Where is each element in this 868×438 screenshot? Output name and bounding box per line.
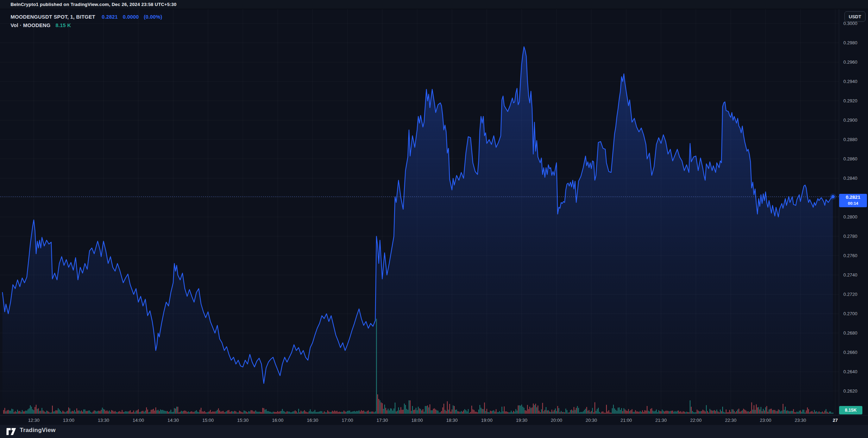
time-axis-label[interactable]: 16:30	[307, 418, 319, 423]
price-chart-canvas[interactable]: 0.30000.29800.29600.29400.29200.29000.28…	[0, 0, 868, 438]
tradingview-logo-icon[interactable]	[6, 428, 17, 436]
symbol-title[interactable]: MOODENGUSDT SPOT, 1, BITGET	[11, 14, 95, 20]
volume-legend-value: 8.15 K	[56, 23, 71, 28]
volume-axis-tag: 8.15K	[839, 406, 862, 414]
time-axis-label[interactable]: 20:30	[586, 418, 597, 423]
attribution-text: BeInCrypto1 published on TradingView.com…	[11, 2, 176, 7]
price-axis-label[interactable]: 0.2780	[843, 234, 857, 239]
attribution-bar: BeInCrypto1 published on TradingView.com…	[0, 0, 868, 9]
footer-bar: TradingView	[0, 425, 868, 438]
price-axis-label[interactable]: 0.2640	[843, 369, 857, 374]
time-axis-label[interactable]: 22:30	[725, 418, 737, 423]
time-axis-label[interactable]: 15:00	[202, 418, 214, 423]
price-axis-label[interactable]: 0.2740	[843, 272, 857, 278]
bar-countdown: 00:14	[839, 201, 867, 206]
time-axis-label[interactable]: 19:30	[516, 418, 528, 423]
last-price-dot	[831, 195, 835, 198]
tradingview-published-chart: { "header": { "text": "BeInCrypto1 publi…	[0, 0, 868, 438]
price-axis-label[interactable]: 0.2760	[843, 253, 857, 258]
time-axis-label[interactable]: 21:00	[621, 418, 632, 423]
time-axis-label[interactable]: 13:00	[63, 418, 75, 423]
time-axis-label[interactable]: 18:30	[446, 418, 458, 423]
price-axis-label[interactable]: 0.2800	[843, 214, 857, 220]
price-axis-label[interactable]: 0.2920	[843, 98, 857, 103]
time-axis-label[interactable]: 22:00	[690, 418, 702, 423]
last-price-tag: 0.2821 00:14	[839, 194, 867, 207]
time-axis-label[interactable]: 23:00	[760, 418, 772, 423]
price-axis-label[interactable]: 0.2980	[843, 40, 857, 45]
time-axis-label[interactable]: 16:00	[272, 418, 284, 423]
price-change-value: 0.0000	[123, 14, 139, 20]
price-axis-label[interactable]: 0.2960	[843, 59, 857, 65]
time-axis[interactable]: 12:3013:0013:3014:0014:3015:0015:3016:00…	[0, 415, 868, 425]
volume-legend[interactable]: Vol · MOODENG 8.15 K	[11, 23, 71, 28]
time-axis-label[interactable]: 17:00	[342, 418, 353, 423]
last-price-tag-value: 0.2821	[839, 194, 867, 201]
price-axis-label[interactable]: 0.2860	[843, 156, 857, 161]
symbol-legend[interactable]: MOODENGUSDT SPOT, 1, BITGET 0.2821 0.000…	[11, 14, 162, 20]
time-axis-label[interactable]: 21:30	[655, 418, 667, 423]
time-axis-label[interactable]: 27	[833, 418, 838, 423]
tradingview-logo-text[interactable]: TradingView	[20, 427, 56, 434]
time-axis-label[interactable]: 17:30	[377, 418, 388, 423]
price-axis-label[interactable]: 0.2880	[843, 137, 857, 142]
last-price-value: 0.2821	[102, 14, 118, 20]
price-axis-label[interactable]: 0.2900	[843, 118, 857, 123]
currency-toggle-button[interactable]: USDT	[844, 11, 866, 22]
price-axis-label[interactable]: 0.2940	[843, 79, 857, 84]
price-axis-label[interactable]: 0.2660	[843, 350, 857, 355]
price-axis-label[interactable]: 0.2840	[843, 176, 857, 181]
time-axis-label[interactable]: 14:00	[133, 418, 144, 423]
time-axis-label[interactable]: 23:30	[795, 418, 806, 423]
price-axis-separator	[839, 9, 839, 425]
volume-legend-label[interactable]: Vol · MOODENG	[11, 23, 51, 28]
time-axis-label[interactable]: 13:30	[98, 418, 109, 423]
time-axis-label[interactable]: 12:30	[28, 418, 40, 423]
price-axis-label[interactable]: 0.2700	[843, 311, 857, 316]
price-axis-label[interactable]: 0.2720	[843, 292, 857, 297]
time-axis-label[interactable]: 15:30	[237, 418, 249, 423]
price-change-percent: (0.00%)	[144, 14, 162, 20]
price-axis-label[interactable]: 0.2680	[843, 330, 857, 336]
price-axis-label[interactable]: 0.2620	[843, 388, 857, 394]
time-axis-label[interactable]: 18:00	[411, 418, 423, 423]
time-axis-label[interactable]: 14:30	[168, 418, 179, 423]
time-axis-label[interactable]: 19:00	[481, 418, 493, 423]
time-axis-label[interactable]: 20:00	[551, 418, 562, 423]
